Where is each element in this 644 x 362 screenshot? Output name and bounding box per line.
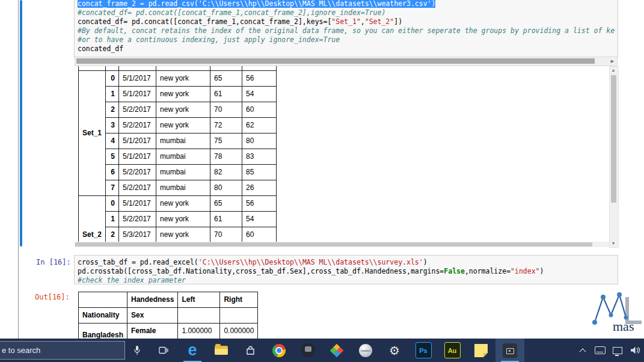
code-editor-1[interactable]: concat_frame_2 = pd.read_csv('C:\\Users\… — [75, 0, 618, 54]
table-cell: mumbai — [156, 149, 210, 165]
row-index-cell: 7 — [106, 180, 119, 196]
table-cell: 78 — [210, 149, 242, 165]
vscrollbar-down-arrow-icon[interactable]: ▼ — [610, 240, 617, 247]
table-cell: 83 — [242, 149, 277, 165]
taskbar-app-audition[interactable]: Au — [438, 339, 467, 362]
column-label-cell: Left — [178, 292, 220, 308]
hidden-icons-chevron-icon[interactable] — [577, 345, 588, 357]
chrome-icon — [272, 344, 286, 357]
table-cell: 5/1/2017 — [119, 133, 156, 149]
table-cell: 70 — [210, 227, 242, 243]
row-index-cell: 4 — [106, 133, 119, 149]
row-index-cell: 1 — [106, 87, 119, 102]
taskbar-app-store[interactable] — [236, 339, 265, 362]
mas-logo: mas — [591, 291, 644, 334]
edge-icon: e — [188, 342, 197, 358]
group-index-cell: Set_1 — [79, 71, 106, 196]
table-cell: 56 — [242, 71, 277, 87]
taskbar-app-chrome[interactable] — [265, 339, 293, 362]
code-line: concat_frame_2 = pd.read_csv('C:\\Users\… — [78, 0, 618, 8]
mas-logo-graphic: mas — [591, 291, 644, 334]
value-cell: 0.000000 — [220, 324, 258, 339]
table-row: 25/2/2017new york7060 — [79, 102, 277, 118]
taskbar-app-sphere-app[interactable] — [351, 339, 380, 362]
vscrollbar-up-arrow-icon[interactable]: ▲ — [610, 67, 617, 74]
table-cell: 62 — [242, 118, 277, 133]
touch-keyboard-icon[interactable] — [595, 345, 606, 357]
table-cell: 80 — [242, 133, 277, 149]
code-cell-2[interactable]: cross_tab_df = pd.read_excel('C:\\Users\… — [74, 255, 618, 284]
group-index-cell: Bangladesh — [79, 324, 127, 339]
hscrollbar-thumb[interactable] — [76, 58, 595, 64]
blank-cell — [178, 308, 220, 324]
output-1-hscrollbar[interactable] — [75, 242, 609, 247]
output-area-1: Set_105/1/2017new york655615/1/2017new y… — [75, 66, 609, 247]
table-row: BangladeshFemale1.0000000.000000 — [79, 324, 258, 339]
row-index-cell: 3 — [106, 118, 119, 133]
selected-cell-indicator — [20, 0, 22, 247]
code-line: concated_df — [78, 44, 618, 54]
task-view-icon[interactable] — [153, 339, 174, 362]
screenshot-app-icon — [503, 343, 517, 358]
table-row: 65/2/2017mumbai8285 — [79, 165, 277, 180]
taskbar-app-edge[interactable]: e — [178, 339, 207, 362]
code-cell-1[interactable]: concat_frame_2 = pd.read_csv('C:\\Users\… — [74, 0, 618, 58]
table-cell: 5/1/2017 — [119, 196, 156, 212]
volume-icon[interactable] — [630, 345, 640, 357]
sticky-notes-icon — [474, 344, 488, 357]
taskbar-app-settings[interactable]: ⚙ — [380, 339, 409, 362]
crosstab-table: HandednessLeftRightNationalitySexBanglad… — [78, 292, 258, 339]
output-1-vscrollbar[interactable]: ▲ ▼ — [609, 66, 619, 248]
row-index-cell: 5 — [106, 149, 119, 165]
table-row: 35/2/2017new york7262 — [79, 118, 277, 133]
table-cell: 72 — [210, 118, 242, 133]
table-cell: new york — [156, 102, 210, 118]
column-label-cell: Right — [220, 292, 258, 308]
vscrollbar-thumb[interactable] — [611, 75, 616, 203]
hscrollbar-right-arrow-icon[interactable]: ▶ — [609, 58, 616, 64]
mas-logo-text: mas — [613, 319, 634, 334]
table-row: Set_105/1/2017new york6556 — [79, 71, 277, 87]
table-cell: mumbai — [156, 180, 210, 196]
volume-glyph — [630, 346, 640, 355]
taskbar-app-photoshop[interactable]: Ps — [409, 339, 438, 362]
code-editor-2[interactable]: cross_tab_df = pd.read_excel('C:\\Users\… — [75, 256, 618, 284]
taskbar-app-sticky-notes[interactable] — [467, 339, 495, 362]
table-cell: new york — [156, 196, 210, 212]
table-header-cell — [210, 66, 242, 71]
photoshop-icon: Ps — [416, 342, 432, 358]
table-cell: 5/1/2017 — [119, 149, 156, 165]
blank-cell — [220, 308, 258, 324]
in-prompt: In [16]: — [36, 258, 73, 266]
taskbar-search[interactable]: e to search — [0, 341, 125, 360]
table-cell: 5/2/2017 — [119, 102, 156, 118]
search-placeholder: e to search — [2, 346, 40, 355]
code-token: #or to have a continuous indexing, just … — [78, 35, 340, 44]
network-icon[interactable] — [612, 345, 623, 357]
code-cell-1-hscrollbar[interactable]: ▶ — [75, 57, 618, 66]
table-cell: 70 — [210, 102, 242, 118]
taskbar-app-screenshot-app[interactable] — [495, 339, 524, 362]
code-line: concated_df= pd.concat([concat_frame_1,c… — [78, 17, 618, 26]
table-cell: 54 — [242, 87, 277, 102]
table-cell: new york — [156, 87, 210, 102]
taskbar-app-dark-circle-app[interactable] — [293, 339, 322, 362]
table-cell: 26 — [242, 180, 277, 196]
table-header-cell — [242, 66, 277, 71]
page-left-border — [18, 0, 19, 339]
mic-icon[interactable] — [128, 339, 146, 362]
code-token: ) — [540, 267, 544, 275]
table-cell: 65 — [210, 196, 242, 212]
table-cell: 85 — [242, 165, 277, 180]
taskbar-app-file-explorer[interactable] — [207, 339, 236, 362]
table-cell: 61 — [210, 87, 242, 102]
table-cell: 60 — [242, 227, 277, 243]
mic-glyph — [133, 345, 141, 355]
taskbar-app-diamond-app[interactable] — [322, 339, 351, 362]
table-cell: new york — [156, 212, 210, 227]
index-name-cell: Sex — [127, 308, 178, 324]
table-cell: 5/1/2017 — [119, 71, 156, 87]
code-line: #concated_df= pd.concat([concat_frame_1,… — [78, 8, 618, 17]
hscrollbar-thumb[interactable] — [75, 242, 592, 247]
table-cell: 54 — [242, 212, 277, 227]
